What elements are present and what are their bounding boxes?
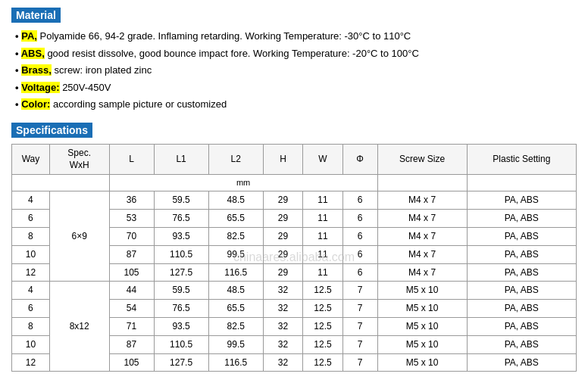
cell-h: 32 <box>263 318 302 336</box>
cell-l2: 48.5 <box>208 282 263 300</box>
cell-screw: M5 x 10 <box>377 353 467 372</box>
header-screw: Screw Size <box>377 144 467 175</box>
cell-way: 6 <box>12 300 50 318</box>
cell-l1: 93.5 <box>154 318 208 336</box>
header-l2: L2 <box>208 144 263 175</box>
cell-l2: 65.5 <box>208 300 263 318</box>
pa-highlight: PA, <box>21 30 37 42</box>
cell-plastic: PA, ABS <box>467 263 576 282</box>
cell-plastic: PA, ABS <box>467 191 576 210</box>
color-highlight: Color: <box>21 98 50 110</box>
cell-phi: 7 <box>342 318 377 336</box>
cell-l1: 110.5 <box>154 335 208 353</box>
cell-plastic: PA, ABS <box>467 245 576 263</box>
list-item: Brass, screw: iron plated zinc <box>15 63 577 78</box>
cell-w: 11 <box>303 210 342 228</box>
cell-way: 10 <box>12 245 50 263</box>
cell-l1: 59.5 <box>154 191 208 210</box>
cell-l: 44 <box>109 282 154 300</box>
cell-way: 6 <box>12 210 50 228</box>
list-item: PA, Polyamide 66, 94-2 grade. Inflaming … <box>15 29 577 44</box>
cell-h: 29 <box>263 263 302 282</box>
cell-l: 105 <box>109 353 154 372</box>
cell-h: 32 <box>263 335 302 353</box>
cell-screw: M4 x 7 <box>377 210 467 228</box>
cell-way: 4 <box>12 282 50 300</box>
cell-h: 32 <box>263 300 302 318</box>
cell-plastic: PA, ABS <box>467 318 576 336</box>
cell-l2: 99.5 <box>208 245 263 263</box>
cell-phi: 7 <box>342 353 377 372</box>
cell-l2: 99.5 <box>208 335 263 353</box>
cell-w: 11 <box>303 245 342 263</box>
pa-text: Polyamide 66, 94-2 grade. Inflaming reta… <box>40 30 411 42</box>
cell-way: 4 <box>12 191 50 210</box>
cell-l2: 65.5 <box>208 210 263 228</box>
cell-l: 105 <box>109 263 154 282</box>
cell-l1: 59.5 <box>154 282 208 300</box>
cell-l1: 93.5 <box>154 228 208 246</box>
cell-w: 11 <box>303 228 342 246</box>
header-h: H <box>263 144 302 175</box>
cell-plastic: PA, ABS <box>467 228 576 246</box>
cell-w: 12.5 <box>303 335 342 353</box>
cell-l: 36 <box>109 191 154 210</box>
cell-spec: 6×9 <box>49 191 109 282</box>
cell-l: 70 <box>109 228 154 246</box>
cell-l1: 127.5 <box>154 263 208 282</box>
header-spec: Spec.WxH <box>49 144 109 175</box>
cell-w: 12.5 <box>303 353 342 372</box>
list-item: Voltage: 250V-450V <box>15 80 577 95</box>
cell-plastic: PA, ABS <box>467 282 576 300</box>
header-way: Way <box>12 144 50 175</box>
cell-h: 29 <box>263 245 302 263</box>
cell-w: 12.5 <box>303 282 342 300</box>
abs-text: good resist dissolve, good bounce impact… <box>47 48 418 59</box>
cell-spec: 8x12 <box>49 282 109 372</box>
cell-l1: 110.5 <box>154 245 208 263</box>
cell-l: 71 <box>109 318 154 336</box>
table-row: 4 8x12 44 59.5 48.5 32 12.5 7 M5 x 10 PA… <box>12 282 577 300</box>
cell-phi: 7 <box>342 300 377 318</box>
cell-l: 87 <box>109 335 154 353</box>
cell-phi: 6 <box>342 210 377 228</box>
cell-way: 10 <box>12 335 50 353</box>
cell-screw: M4 x 7 <box>377 191 467 210</box>
cell-l2: 116.5 <box>208 353 263 372</box>
cell-plastic: PA, ABS <box>467 300 576 318</box>
cell-phi: 7 <box>342 282 377 300</box>
cell-l1: 76.5 <box>154 210 208 228</box>
unit-cell-screw-empty <box>377 175 467 191</box>
cell-h: 29 <box>263 228 302 246</box>
cell-w: 11 <box>303 263 342 282</box>
material-title: Material <box>11 8 61 23</box>
header-w: W <box>303 144 342 175</box>
header-l1: L1 <box>154 144 208 175</box>
cell-h: 32 <box>263 282 302 300</box>
cell-screw: M4 x 7 <box>377 228 467 246</box>
abs-highlight: ABS, <box>21 48 45 59</box>
cell-screw: M5 x 10 <box>377 318 467 336</box>
cell-way: 8 <box>12 318 50 336</box>
header-l: L <box>109 144 154 175</box>
cell-phi: 6 <box>342 245 377 263</box>
header-plastic: Plastic Setting <box>467 144 576 175</box>
cell-l2: 82.5 <box>208 228 263 246</box>
cell-w: 12.5 <box>303 318 342 336</box>
cell-w: 12.5 <box>303 300 342 318</box>
brass-text: screw: iron plated zinc <box>55 64 152 76</box>
voltage-text: 250V-450V <box>62 82 111 93</box>
cell-way: 12 <box>12 353 50 372</box>
cell-way: 8 <box>12 228 50 246</box>
header-row: Way Spec.WxH L L1 L2 H W Φ Screw Size Pl… <box>12 144 577 175</box>
cell-screw: M5 x 10 <box>377 300 467 318</box>
cell-h: 29 <box>263 210 302 228</box>
cell-screw: M4 x 7 <box>377 263 467 282</box>
material-list: PA, Polyamide 66, 94-2 grade. Inflaming … <box>11 29 577 112</box>
specs-title: Specifications <box>11 123 92 138</box>
cell-h: 29 <box>263 191 302 210</box>
cell-plastic: PA, ABS <box>467 335 576 353</box>
brass-highlight: Brass, <box>21 64 52 76</box>
cell-plastic: PA, ABS <box>467 353 576 372</box>
unit-cell-empty <box>12 175 110 191</box>
